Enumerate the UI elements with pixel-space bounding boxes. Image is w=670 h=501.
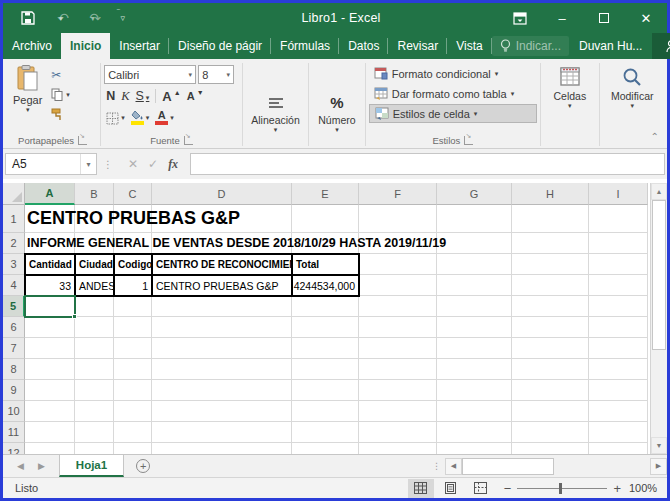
next-sheet-icon[interactable]: ▶ xyxy=(38,461,45,471)
cell[interactable] xyxy=(292,205,359,233)
column-header-B[interactable]: B xyxy=(75,183,114,205)
cell[interactable] xyxy=(512,205,589,233)
cell[interactable] xyxy=(359,422,437,443)
row-header-8[interactable]: 8 xyxy=(3,359,25,380)
prev-sheet-icon[interactable]: ◀ xyxy=(17,461,24,471)
cell[interactable] xyxy=(75,296,114,317)
cell[interactable] xyxy=(25,401,75,422)
formula-input[interactable] xyxy=(190,153,665,175)
row-header-2[interactable]: 2 xyxy=(3,233,25,254)
cell[interactable] xyxy=(437,275,512,296)
cell[interactable] xyxy=(25,359,75,380)
cell[interactable] xyxy=(292,338,359,359)
cells-button[interactable]: Celdas ▾ xyxy=(548,64,591,109)
zoom-slider-thumb[interactable] xyxy=(559,483,562,494)
cell[interactable] xyxy=(512,296,589,317)
confirm-entry-icon[interactable]: ✓ xyxy=(148,157,158,171)
cell[interactable]: ANDES xyxy=(75,275,114,296)
cell[interactable] xyxy=(359,380,437,401)
cell[interactable] xyxy=(437,233,512,254)
bold-button[interactable]: N xyxy=(106,89,115,103)
cell[interactable] xyxy=(589,380,648,401)
row-header-10[interactable]: 10 xyxy=(3,401,25,422)
underline-button[interactable]: S▾ xyxy=(136,89,150,103)
cell[interactable] xyxy=(75,338,114,359)
cell[interactable] xyxy=(437,359,512,380)
undo-icon[interactable]: ↶▾ xyxy=(51,8,69,28)
cell[interactable] xyxy=(114,338,152,359)
cell[interactable] xyxy=(114,422,152,443)
new-sheet-button[interactable]: + xyxy=(124,455,162,477)
alignment-button[interactable]: Alineación ▾ xyxy=(246,94,304,133)
maximize-button[interactable] xyxy=(583,3,625,33)
normal-view-icon[interactable] xyxy=(408,479,434,498)
scroll-down-icon[interactable]: ▼ xyxy=(651,437,667,454)
customize-qat-icon[interactable]: ▿‾ xyxy=(115,8,133,28)
cell[interactable] xyxy=(589,205,648,233)
cell[interactable] xyxy=(512,422,589,443)
row-header-6[interactable]: 6 xyxy=(3,317,25,338)
cell[interactable] xyxy=(512,254,589,275)
cell[interactable] xyxy=(437,317,512,338)
cell[interactable]: 4244534,000 xyxy=(292,275,359,296)
scroll-right-icon[interactable]: ▶ xyxy=(650,458,667,475)
cell[interactable] xyxy=(589,296,648,317)
cell[interactable] xyxy=(359,205,437,233)
cell[interactable] xyxy=(114,443,152,454)
fill-color-button[interactable]: ▾ xyxy=(131,111,150,125)
cell[interactable] xyxy=(437,443,512,454)
cell[interactable]: CENTRO PRUEBAS G&P xyxy=(25,205,75,233)
cell[interactable] xyxy=(292,359,359,380)
cell[interactable] xyxy=(437,338,512,359)
scroll-up-icon[interactable]: ▲ xyxy=(651,183,667,200)
select-all-corner[interactable] xyxy=(3,183,25,205)
cut-button[interactable]: ✂ xyxy=(49,66,72,83)
cell[interactable] xyxy=(292,317,359,338)
cancel-entry-icon[interactable]: ✕ xyxy=(128,157,138,171)
row-header-11[interactable]: 11 xyxy=(3,422,25,443)
font-name-combo[interactable]: Calibri ▾ xyxy=(104,65,196,84)
insert-function-icon[interactable]: fx xyxy=(168,157,178,172)
cell[interactable] xyxy=(359,443,437,454)
sheet-tab-hoja1[interactable]: Hoja1 xyxy=(59,455,124,477)
row-header-5[interactable]: 5 xyxy=(3,296,25,317)
cell[interactable] xyxy=(359,338,437,359)
increase-font-button[interactable]: A▲ xyxy=(162,89,180,104)
cell[interactable] xyxy=(75,443,114,454)
share-button[interactable]: Compartir xyxy=(652,33,670,59)
paste-button[interactable]: Pegar ▾ xyxy=(8,62,47,133)
dialog-launcher-icon[interactable] xyxy=(184,136,193,145)
font-size-combo[interactable]: 8 ▾ xyxy=(198,65,234,84)
ribbon-display-options-icon[interactable] xyxy=(499,3,541,33)
tab-vista[interactable]: Vista xyxy=(447,33,491,59)
cell[interactable]: Total xyxy=(292,254,359,275)
tab-diseno-de-pagina[interactable]: Diseño de págir xyxy=(169,33,271,59)
page-break-preview-icon[interactable] xyxy=(468,479,494,498)
cell[interactable] xyxy=(437,296,512,317)
cell[interactable] xyxy=(437,422,512,443)
zoom-in-icon[interactable]: + xyxy=(613,481,621,496)
cell[interactable] xyxy=(359,275,437,296)
tab-datos[interactable]: Datos xyxy=(339,33,388,59)
cell[interactable]: INFORME GENERAL DE VENTAS DESDE 2018/10/… xyxy=(25,233,75,254)
cell[interactable] xyxy=(152,422,292,443)
cell[interactable] xyxy=(589,338,648,359)
cell[interactable] xyxy=(152,296,292,317)
editing-button[interactable]: Modificar ▾ xyxy=(606,64,659,109)
horizontal-scroll-track[interactable] xyxy=(554,458,650,475)
row-header-3[interactable]: 3 xyxy=(3,254,25,275)
row-header-1[interactable]: 1 xyxy=(3,205,25,233)
save-icon[interactable] xyxy=(19,8,37,28)
cell[interactable] xyxy=(292,380,359,401)
tell-me-box[interactable]: Indicar... xyxy=(492,36,569,56)
cell[interactable] xyxy=(437,205,512,233)
dialog-launcher-icon[interactable] xyxy=(464,136,473,145)
cell[interactable] xyxy=(589,317,648,338)
cell[interactable] xyxy=(512,275,589,296)
column-header-D[interactable]: D xyxy=(152,183,292,205)
format-painter-button[interactable] xyxy=(49,106,72,123)
cell[interactable] xyxy=(25,380,75,401)
tab-insertar[interactable]: Insertar xyxy=(110,33,169,59)
decrease-font-button[interactable]: A▼ xyxy=(187,90,204,102)
zoom-out-icon[interactable]: − xyxy=(504,481,512,496)
